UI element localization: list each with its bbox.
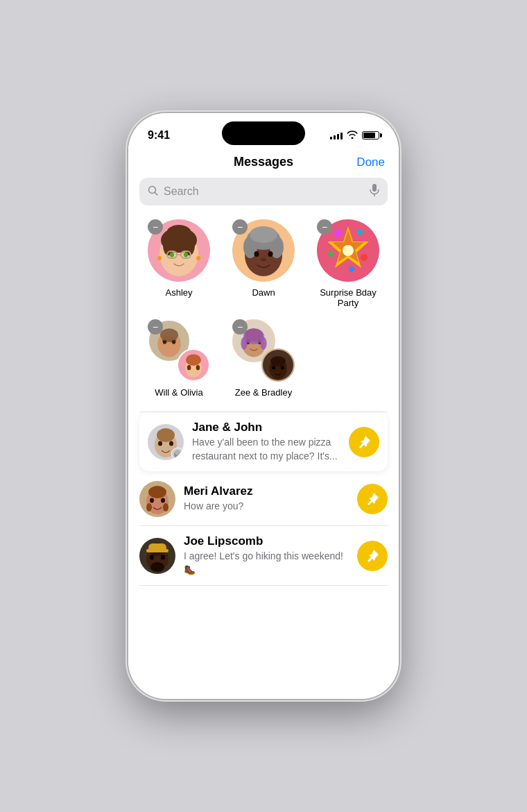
conversation-item-jane-john[interactable]: Jane & John Have y'all been to the new p…: [139, 412, 388, 471]
svg-point-61: [150, 498, 154, 503]
status-icons: [330, 130, 379, 141]
header: Messages Done: [139, 148, 388, 178]
svg-point-27: [357, 229, 363, 235]
svg-point-38: [186, 354, 201, 366]
svg-point-58: [175, 450, 180, 455]
svg-point-35: [163, 340, 167, 344]
svg-point-20: [250, 226, 277, 243]
svg-point-51: [281, 366, 285, 370]
svg-point-69: [150, 555, 154, 559]
phone-inner: 9:41: [128, 113, 399, 699]
pinned-name-surprise: Surprise Bday Party: [309, 287, 388, 308]
conv-name-meri: Meri Alvarez: [184, 484, 349, 498]
page-title: Messages: [234, 155, 293, 169]
remove-zee-bradley-btn[interactable]: −: [232, 319, 248, 335]
svg-rect-68: [146, 549, 169, 552]
remove-surprise-btn[interactable]: −: [317, 219, 332, 235]
pinned-name-dawn: Dawn: [252, 287, 275, 298]
pinned-contact-surprise-bday[interactable]: − Surprise Bday Party: [309, 219, 388, 308]
svg-point-50: [272, 366, 276, 370]
conv-name-joe: Joe Lipscomb: [184, 534, 349, 548]
done-button[interactable]: Done: [356, 155, 385, 169]
svg-point-70: [161, 555, 165, 559]
pinned-name-ashley: Ashley: [165, 287, 192, 298]
conversation-item-meri[interactable]: Meri Alvarez How are you?: [139, 473, 388, 526]
svg-point-63: [146, 503, 152, 511]
search-bar[interactable]: Search: [139, 178, 388, 205]
pinned-name-will-olivia: Will & Olivia: [155, 387, 202, 398]
svg-point-54: [158, 441, 162, 446]
search-placeholder: Search: [164, 185, 364, 198]
svg-point-62: [161, 498, 165, 503]
svg-point-30: [349, 267, 354, 272]
svg-point-46: [241, 337, 247, 350]
conv-preview-meri: How are you?: [184, 500, 349, 514]
phone-frame: 9:41: [128, 113, 399, 699]
wifi-icon: [347, 130, 358, 141]
svg-point-22: [268, 251, 273, 257]
pinned-contact-dawn[interactable]: − Dawn: [224, 219, 303, 308]
svg-point-47: [260, 337, 266, 350]
svg-point-71: [150, 562, 164, 572]
conversation-list: Jane & John Have y'all been to the new p…: [139, 412, 388, 586]
signal-icon: [330, 131, 343, 139]
avatar-meri: [139, 481, 175, 517]
search-icon: [148, 185, 158, 198]
svg-point-39: [187, 365, 191, 370]
conv-text-jane-john: Jane & John Have y'all been to the new p…: [192, 421, 340, 463]
avatar-jane-john: [148, 424, 184, 460]
svg-rect-2: [372, 184, 377, 192]
conv-name-jane-john: Jane & John: [192, 421, 340, 434]
svg-point-40: [196, 365, 200, 370]
svg-point-15: [196, 256, 200, 260]
svg-point-29: [361, 254, 368, 261]
main-content: Messages Done Search: [128, 148, 399, 699]
conv-text-meri: Meri Alvarez How are you?: [184, 484, 349, 514]
remove-ashley-btn[interactable]: −: [148, 219, 163, 235]
svg-point-64: [163, 503, 169, 511]
remove-dawn-btn[interactable]: −: [232, 219, 248, 235]
mic-icon[interactable]: [370, 184, 379, 199]
svg-point-23: [261, 258, 266, 262]
svg-point-14: [157, 256, 162, 260]
conv-preview-jane-john: Have y'all been to the new pizza restaur…: [192, 436, 340, 463]
svg-point-13: [184, 253, 188, 257]
dynamic-island: [222, 121, 305, 145]
svg-point-12: [170, 253, 174, 257]
pinned-contact-ashley[interactable]: − Ashley: [139, 219, 218, 308]
pinned-contact-will-olivia[interactable]: −: [139, 319, 218, 398]
svg-point-49: [270, 356, 286, 366]
pinned-contacts-grid: − Ashley: [139, 219, 388, 398]
svg-point-60: [148, 486, 166, 498]
conv-text-joe: Joe Lipscomb I agree! Let's go hiking th…: [184, 534, 349, 577]
conv-preview-joe: I agree! Let's go hiking this weekend! 🥾: [184, 550, 349, 577]
svg-point-26: [334, 230, 341, 237]
pin-button-jane-john[interactable]: [349, 427, 379, 457]
status-time: 9:41: [148, 129, 170, 142]
svg-point-36: [172, 340, 176, 344]
conversation-item-joe[interactable]: Joe Lipscomb I agree! Let's go hiking th…: [139, 526, 388, 586]
svg-point-21: [254, 251, 259, 257]
svg-point-31: [343, 245, 354, 256]
svg-point-53: [157, 428, 175, 442]
svg-point-28: [328, 251, 334, 257]
pin-button-joe[interactable]: [357, 541, 388, 571]
battery-icon: [362, 131, 379, 139]
svg-point-55: [169, 441, 173, 446]
svg-line-1: [155, 193, 158, 196]
pinned-contact-zee-bradley[interactable]: −: [224, 319, 303, 398]
pinned-name-zee-bradley: Zee & Bradley: [235, 387, 292, 398]
avatar-joe: [139, 538, 175, 574]
remove-will-olivia-btn[interactable]: −: [148, 319, 163, 335]
pin-button-meri[interactable]: [357, 484, 388, 514]
group-badge-jane-john: [171, 448, 184, 460]
